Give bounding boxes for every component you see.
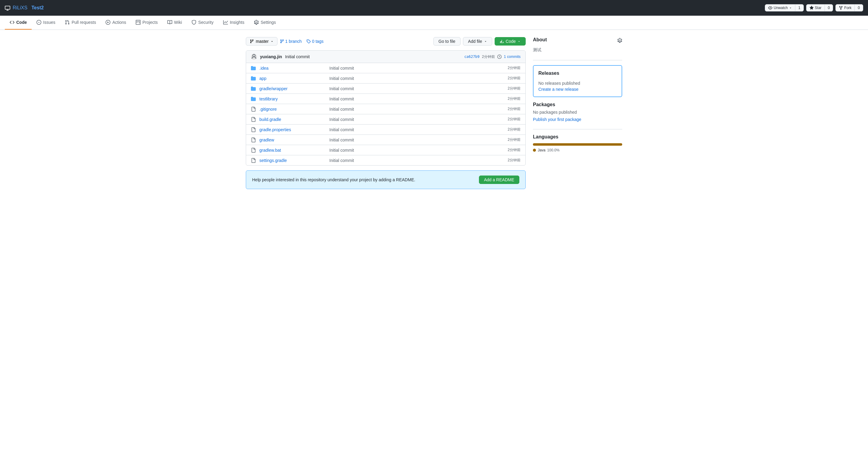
table-row: gradle/wrapper Initial commit 2分钟前 xyxy=(246,84,525,94)
code-button[interactable]: Code xyxy=(495,37,526,45)
file-icon xyxy=(251,117,256,122)
star-label: Star xyxy=(815,6,822,10)
releases-none-text: No releases published xyxy=(538,81,617,86)
tags-count-link[interactable]: 0 tags xyxy=(306,39,323,44)
commit-count-link[interactable]: 1 commits xyxy=(504,55,521,59)
download-icon xyxy=(500,39,504,43)
fork-label: Fork xyxy=(844,6,851,10)
file-icon xyxy=(251,158,256,163)
fork-button[interactable]: Fork xyxy=(836,4,855,11)
tab-projects[interactable]: Projects xyxy=(131,16,162,30)
add-readme-button[interactable]: Add a README xyxy=(479,176,519,184)
file-time: 2分钟前 xyxy=(507,158,521,163)
file-name-link[interactable]: testlibrary xyxy=(259,96,326,101)
clock-icon xyxy=(497,55,501,59)
file-time: 2分钟前 xyxy=(507,137,521,142)
table-row: app Initial commit 2分钟前 xyxy=(246,73,525,84)
languages-section: Languages Java 100.0% xyxy=(533,134,622,152)
language-list: Java 100.0% xyxy=(533,148,622,152)
branch-selector[interactable]: master xyxy=(246,37,277,45)
languages-title: Languages xyxy=(533,134,558,139)
file-commit-message: Initial commit xyxy=(329,107,504,112)
branch-icon xyxy=(250,39,254,43)
repo-name-link[interactable]: Test2 xyxy=(31,5,44,10)
folder-icon xyxy=(251,86,256,91)
tab-code[interactable]: Code xyxy=(5,16,32,30)
topbar: RiLiXS / Test2 Unwatch 1 Star 0 Fork xyxy=(0,0,868,16)
star-count: 0 xyxy=(825,4,833,11)
file-commit-message: Initial commit xyxy=(329,66,504,70)
wiki-icon xyxy=(167,20,172,25)
commit-sha-link[interactable]: ca627b9 xyxy=(464,55,479,59)
watch-count: 1 xyxy=(795,4,803,11)
tab-settings[interactable]: Settings xyxy=(249,16,281,30)
watch-button-group: Unwatch 1 xyxy=(765,4,803,11)
add-file-button[interactable]: Add file xyxy=(463,37,492,45)
java-language-dot xyxy=(533,149,536,152)
repo-main: master 1 branch 0 tags Go to file xyxy=(246,37,526,189)
commit-header: yuxiang.jin Initial commit ca627b9 2分钟前 … xyxy=(246,51,525,63)
about-section: About 测试 xyxy=(533,37,622,53)
file-icon xyxy=(251,148,256,153)
repo-owner-link[interactable]: RiLiXS xyxy=(13,5,27,10)
java-language-name: Java xyxy=(538,148,545,152)
file-time: 2分钟前 xyxy=(507,117,521,122)
star-button[interactable]: Star xyxy=(806,4,825,11)
tab-security[interactable]: Security xyxy=(187,16,218,30)
avatar-icon xyxy=(251,54,257,60)
watch-button[interactable]: Unwatch xyxy=(765,4,795,11)
java-language-bar xyxy=(533,143,622,146)
file-name-link[interactable]: gradle.properties xyxy=(259,127,326,132)
repo-path: RiLiXS / Test2 xyxy=(13,5,44,10)
file-commit-message: Initial commit xyxy=(329,96,504,101)
file-name-link[interactable]: .gitignore xyxy=(259,107,326,112)
table-row: gradle.properties Initial commit 2分钟前 xyxy=(246,125,525,135)
branch-count-link[interactable]: 1 branch xyxy=(280,39,302,44)
readme-banner: Help people interested in this repositor… xyxy=(246,171,526,189)
file-name-link[interactable]: build.gradle xyxy=(259,117,326,122)
main-content: master 1 branch 0 tags Go to file xyxy=(241,30,627,196)
goto-file-button[interactable]: Go to file xyxy=(433,37,461,45)
file-name-link[interactable]: settings.gradle xyxy=(259,158,326,163)
file-time: 2分钟前 xyxy=(507,96,521,101)
add-file-chevron-icon xyxy=(484,40,487,43)
tab-wiki[interactable]: Wiki xyxy=(162,16,187,30)
file-name-link[interactable]: gradlew.bat xyxy=(259,148,326,153)
code-chevron-icon xyxy=(518,40,521,43)
commits-label: commits xyxy=(507,55,521,59)
tab-pull-requests[interactable]: Pull requests xyxy=(60,16,101,30)
insights-icon xyxy=(223,20,228,25)
commits-num: 1 xyxy=(504,55,506,59)
file-commit-message: Initial commit xyxy=(329,76,504,81)
file-name-link[interactable]: gradle/wrapper xyxy=(259,86,326,91)
tab-actions[interactable]: Actions xyxy=(101,16,131,30)
folder-icon xyxy=(251,96,256,101)
table-row: .gitignore Initial commit 2分钟前 xyxy=(246,104,525,114)
file-commit-message: Initial commit xyxy=(329,138,504,142)
file-name-link[interactable]: app xyxy=(259,76,326,81)
create-release-link[interactable]: Create a new release xyxy=(538,87,579,92)
publish-package-link[interactable]: Publish your first package xyxy=(533,117,581,122)
tab-issues[interactable]: Issues xyxy=(32,16,60,30)
file-commit-message: Initial commit xyxy=(329,86,504,91)
about-title: About xyxy=(533,37,547,42)
table-row: build.gradle Initial commit 2分钟前 xyxy=(246,114,525,125)
about-settings-button[interactable] xyxy=(617,38,622,44)
table-row: settings.gradle Initial commit 2分钟前 xyxy=(246,155,525,165)
actions-icon xyxy=(105,20,111,25)
packages-section: Packages No packages published Publish y… xyxy=(533,102,622,122)
commit-avatar xyxy=(251,54,257,60)
commit-author: yuxiang.jin xyxy=(260,54,282,59)
file-name-link[interactable]: gradlew xyxy=(259,138,326,142)
commit-meta: ca627b9 2分钟前 1 commits xyxy=(464,54,521,59)
code-icon xyxy=(10,20,14,25)
file-rows: .idea Initial commit 2分钟前 app Initial co… xyxy=(246,63,525,165)
file-name-link[interactable]: .idea xyxy=(259,66,326,70)
fork-count: 0 xyxy=(855,4,863,11)
branch-count-label: branch xyxy=(289,39,302,44)
tab-insights[interactable]: Insights xyxy=(218,16,249,30)
file-time: 2分钟前 xyxy=(507,86,521,91)
topbar-left: RiLiXS / Test2 xyxy=(5,5,44,11)
repo-sidebar: About 测试 Releases No releases published … xyxy=(533,37,622,189)
branch-count-icon xyxy=(280,39,284,43)
